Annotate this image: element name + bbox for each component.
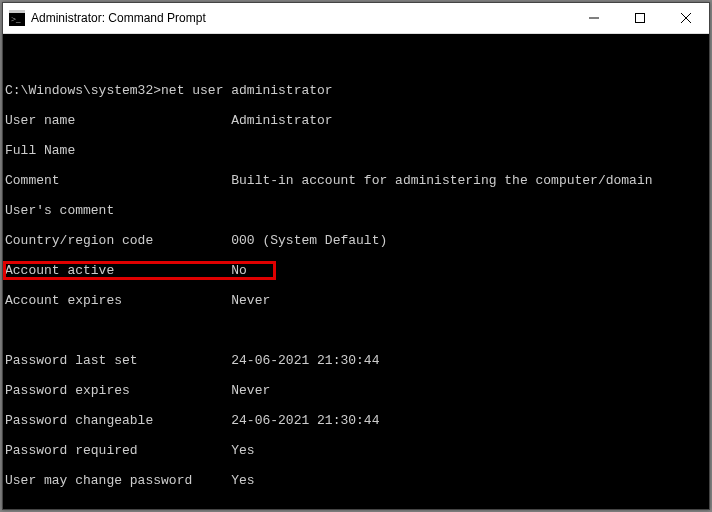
pad — [130, 383, 231, 398]
pad — [192, 473, 231, 488]
blank-line — [5, 323, 705, 338]
pad — [153, 413, 231, 428]
blank-line — [5, 503, 705, 509]
label: Password expires — [5, 383, 130, 398]
row-pw-required: Password required Yes — [5, 443, 705, 458]
label: Country/region code — [5, 233, 153, 248]
row-pw-last-set: Password last set 24-06-2021 21:30:44 — [5, 353, 705, 368]
terminal-output[interactable]: C:\Windows\system32>net user administrat… — [3, 34, 709, 509]
label: Full Name — [5, 143, 75, 158]
value: 24-06-2021 21:30:44 — [231, 353, 379, 368]
pad — [138, 353, 232, 368]
prompt-path: C:\Windows\system32> — [5, 83, 161, 98]
label: User may change password — [5, 473, 192, 488]
command-prompt-window: >_ Administrator: Command Prompt C:\Wind… — [2, 2, 710, 510]
row-account-expires: Account expires Never — [5, 293, 705, 308]
value: Yes — [231, 473, 254, 488]
row-account-active: Account active No — [5, 263, 705, 278]
window-controls — [571, 3, 709, 33]
value: Yes — [231, 443, 254, 458]
window-title: Administrator: Command Prompt — [31, 11, 571, 25]
command-text: net user administrator — [161, 83, 333, 98]
titlebar[interactable]: >_ Administrator: Command Prompt — [3, 3, 709, 34]
svg-text:>_: >_ — [11, 14, 21, 24]
label: User name — [5, 113, 75, 128]
value: Built-in account for administering the c… — [231, 173, 652, 188]
row-pw-changeable: Password changeable 24-06-2021 21:30:44 — [5, 413, 705, 428]
pad — [75, 113, 231, 128]
value: 24-06-2021 21:30:44 — [231, 413, 379, 428]
row-users-comment: User's comment — [5, 203, 705, 218]
prompt-line: C:\Windows\system32>net user administrat… — [5, 83, 705, 98]
label: Password last set — [5, 353, 138, 368]
svg-rect-1 — [9, 10, 25, 13]
label: Comment — [5, 173, 60, 188]
value: Never — [231, 293, 270, 308]
value: 000 (System Default) — [231, 233, 387, 248]
row-user-name: User name Administrator — [5, 113, 705, 128]
blank-line — [5, 53, 705, 68]
close-button[interactable] — [663, 3, 709, 33]
row-pw-expires: Password expires Never — [5, 383, 705, 398]
maximize-button[interactable] — [617, 3, 663, 33]
value: No — [231, 263, 247, 278]
label: Password changeable — [5, 413, 153, 428]
label: Password required — [5, 443, 138, 458]
cmd-icon: >_ — [9, 10, 25, 26]
minimize-button[interactable] — [571, 3, 617, 33]
label: User's comment — [5, 203, 114, 218]
row-user-may-change: User may change password Yes — [5, 473, 705, 488]
pad — [122, 293, 231, 308]
row-country: Country/region code 000 (System Default) — [5, 233, 705, 248]
value: Never — [231, 383, 270, 398]
label: Account active — [5, 263, 114, 278]
pad — [60, 173, 232, 188]
row-comment: Comment Built-in account for administeri… — [5, 173, 705, 188]
pad — [153, 233, 231, 248]
value: Administrator — [231, 113, 332, 128]
pad — [114, 263, 231, 278]
pad — [138, 443, 232, 458]
label: Account expires — [5, 293, 122, 308]
row-full-name: Full Name — [5, 143, 705, 158]
svg-rect-4 — [636, 14, 645, 23]
